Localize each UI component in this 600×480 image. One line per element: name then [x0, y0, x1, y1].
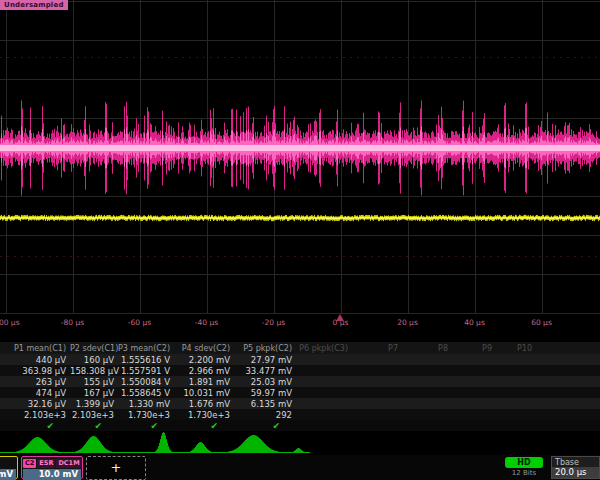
status-check-icon: ✔	[70, 421, 118, 431]
parameter-header[interactable]: P8	[402, 344, 452, 353]
time-tick-label: -20 µs	[262, 318, 285, 327]
measurement-value: 1.557591 V	[118, 366, 174, 376]
measurement-value: 2.200 mV	[174, 355, 234, 365]
status-check-icon: ✔	[118, 421, 174, 431]
add-trace-button[interactable]: +	[86, 456, 146, 480]
timebase-label: Tbase	[552, 457, 599, 467]
measurement-value: 1.891 mV	[174, 377, 234, 387]
measurement-value: 263 µV	[0, 377, 70, 387]
measurement-value: 32.16 µV	[0, 399, 70, 409]
parameter-header[interactable]: P2 sdev(C1)	[70, 344, 118, 353]
measurement-status-row: ✔✔✔✔✔	[0, 420, 600, 431]
c2-esr-badge: ESR	[37, 459, 55, 468]
measurement-value: 158.308 µV	[70, 366, 118, 376]
measurement-table-body: 440 µV160 µV1.555616 V2.200 mV27.97 mV36…	[0, 354, 600, 420]
measurement-row: 2.103e+32.103e+31.730e+31.730e+3292	[0, 409, 600, 420]
c2-channel-badge: C2	[23, 459, 36, 468]
measurement-value: 1.558645 V	[118, 388, 174, 398]
measurement-value: 2.103e+3	[0, 410, 70, 420]
measurement-value: 474 µV	[0, 388, 70, 398]
measurement-value: 155 µV	[70, 377, 118, 387]
oscilloscope-screen: Undersampled -100 µs-80 µs-60 µs-40 µs-2…	[0, 0, 600, 480]
measurement-row: 363.98 µV158.308 µV1.557591 V2.966 mV33.…	[0, 365, 600, 376]
time-tick-label: 20 µs	[397, 318, 418, 327]
measurement-value: 167 µV	[70, 388, 118, 398]
time-tick-label: -100 µs	[0, 318, 20, 327]
channel-c2-descriptor-box[interactable]: C2 ESR DC1M 10.0 mV	[21, 456, 83, 479]
measurement-value: 6.135 mV	[234, 399, 296, 409]
measurement-row: 440 µV160 µV1.555616 V2.200 mV27.97 mV	[0, 354, 600, 365]
measurement-value: 292	[234, 410, 296, 420]
parameter-header[interactable]: P5 pkpk(C2)	[234, 344, 296, 353]
c2-vertical-scale: 10.0 mV	[23, 469, 81, 480]
measurement-value: 1.555616 V	[118, 355, 174, 365]
measurement-value: 1.730e+3	[174, 410, 234, 420]
c2-coupling-badge: DC1M	[56, 459, 81, 468]
channel-c1-descriptor-box[interactable]: DC1M 10.0 mV	[0, 456, 18, 479]
parameter-header[interactable]: P1 mean(C1)	[0, 344, 70, 353]
measurement-value: 27.97 mV	[234, 355, 296, 365]
parameter-header[interactable]: P10	[496, 344, 536, 353]
parameter-header[interactable]: P7	[352, 344, 402, 353]
measurement-value: 59.97 mV	[234, 388, 296, 398]
time-tick-label: -60 µs	[128, 318, 151, 327]
measurement-table-header: P1 mean(C1)P2 sdev(C1)P3 mean(C2)P4 sdev…	[0, 342, 600, 354]
measurement-table[interactable]: P1 mean(C1)P2 sdev(C1)P3 mean(C2)P4 sdev…	[0, 342, 600, 431]
waveform-display[interactable]	[0, 0, 600, 314]
measurement-row: 474 µV167 µV1.558645 V10.031 mV59.97 mV	[0, 387, 600, 398]
trace-descriptor-bar: DC1M 10.0 mV C2 ESR DC1M 10.0 mV + HD 12…	[0, 455, 600, 480]
time-tick-label: 60 µs	[531, 318, 552, 327]
timebase-value: 20.0 µs	[552, 467, 599, 478]
timebase-descriptor-box[interactable]: Tbase 20.0 µs	[551, 456, 600, 479]
measurement-value: 1.550084 V	[118, 377, 174, 387]
measurement-value: 10.031 mV	[174, 388, 234, 398]
measurement-row: 32.16 µV1.399 µV1.330 mV1.676 mV6.135 mV	[0, 398, 600, 409]
measurement-value: 2.103e+3	[70, 410, 118, 420]
measurement-value: 25.03 mV	[234, 377, 296, 387]
measurement-value: 440 µV	[0, 355, 70, 365]
measurement-value: 363.98 µV	[0, 366, 70, 376]
status-check-icon: ✔	[174, 421, 234, 431]
measurement-value: 1.730e+3	[118, 410, 174, 420]
time-axis: -100 µs-80 µs-60 µs-40 µs-20 µs0 µs20 µs…	[0, 314, 600, 342]
time-tick-label: -80 µs	[61, 318, 84, 327]
measurement-value: 1.330 mV	[118, 399, 174, 409]
hd-bits-label: 12 Bits	[503, 469, 545, 477]
c1-vertical-scale: 10.0 mV	[0, 469, 16, 480]
measurement-value: 160 µV	[70, 355, 118, 365]
measurement-row: 263 µV155 µV1.550084 V1.891 mV25.03 mV	[0, 376, 600, 387]
parameter-header[interactable]: P6 pkpk(C3)	[296, 344, 352, 353]
measurement-value: 1.399 µV	[70, 399, 118, 409]
measurement-value: 2.966 mV	[174, 366, 234, 376]
status-check-icon: ✔	[234, 421, 296, 431]
parameter-header[interactable]: P9	[452, 344, 496, 353]
measurement-value: 1.676 mV	[174, 399, 234, 409]
time-tick-label: 0 µs	[333, 318, 349, 327]
measurement-value: 33.477 mV	[234, 366, 296, 376]
parameter-header[interactable]: P4 sdev(C2)	[174, 344, 234, 353]
parameter-header[interactable]: P3 mean(C2)	[118, 344, 174, 353]
hd-mode-badge[interactable]: HD	[505, 457, 543, 468]
undersampled-warning-badge: Undersampled	[0, 0, 68, 10]
time-tick-label: 40 µs	[464, 318, 485, 327]
status-check-icon: ✔	[0, 421, 70, 431]
time-tick-label: -40 µs	[195, 318, 218, 327]
parameter-histicon-strip[interactable]	[0, 431, 600, 455]
